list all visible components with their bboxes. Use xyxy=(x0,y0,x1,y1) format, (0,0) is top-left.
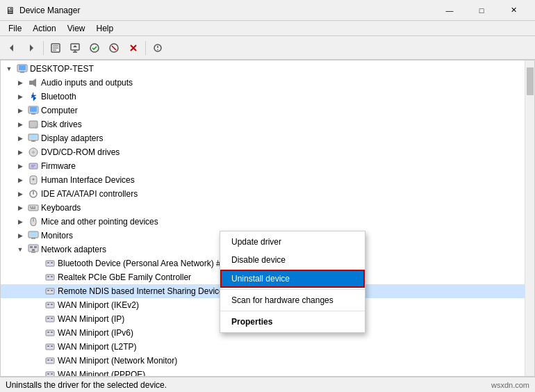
close-button[interactable]: ✕ xyxy=(497,0,529,21)
item-icon-net-wan1 xyxy=(44,300,56,311)
ctx-item-update[interactable]: Update driver xyxy=(220,233,365,251)
item-label-net-wan4: WAN Miniport (L2TP) xyxy=(58,342,137,352)
item-icon-keyboards xyxy=(28,202,39,213)
svg-point-41 xyxy=(33,193,34,195)
toolbar-properties[interactable] xyxy=(47,39,65,57)
toolbar-enable[interactable] xyxy=(85,39,104,57)
tree-item-hid[interactable]: ▶ Human Interface Devices xyxy=(1,173,525,187)
maximize-button[interactable]: □ xyxy=(466,0,497,21)
item-label-net-bt: Bluetooth Device (Personal Area Network)… xyxy=(58,259,225,268)
tree-item-net-wan5[interactable]: WAN Miniport (Network Monitor) xyxy=(1,354,525,368)
svg-rect-46 xyxy=(31,208,35,209)
toolbar xyxy=(0,36,535,60)
svg-rect-59 xyxy=(51,262,53,263)
status-text: Uninstalls the driver for the selected d… xyxy=(6,380,167,390)
expand-icon-firmware: ▶ xyxy=(15,161,26,172)
item-label-net-wan3: WAN Miniport (IPv6) xyxy=(58,328,133,338)
toolbar-sep2 xyxy=(145,41,146,55)
svg-rect-29 xyxy=(30,135,37,139)
item-icon-dvd xyxy=(28,147,39,158)
svg-marker-9 xyxy=(73,45,77,47)
tree-item-net-wan4[interactable]: WAN Miniport (L2TP) xyxy=(1,340,525,354)
svg-rect-79 xyxy=(47,359,49,361)
svg-rect-44 xyxy=(32,206,33,208)
item-label-network: Network adapters xyxy=(41,245,106,254)
toolbar-forward[interactable] xyxy=(22,39,40,57)
scrollbar-thumb[interactable] xyxy=(527,67,534,95)
svg-marker-0 xyxy=(10,44,13,51)
tree-item-net-wan6[interactable]: WAN Miniport (PPPOE) xyxy=(1,368,525,376)
tree-item-dvd[interactable]: ▶ DVD/CD-ROM drives xyxy=(1,145,525,159)
ctx-item-uninstall[interactable]: Uninstall device xyxy=(220,270,365,288)
svg-rect-64 xyxy=(47,290,49,291)
item-icon-net-wan5 xyxy=(44,355,56,366)
scrollbar[interactable] xyxy=(525,60,534,376)
svg-rect-55 xyxy=(32,249,35,251)
svg-rect-68 xyxy=(51,304,53,305)
item-label-display: Display adapters xyxy=(41,133,103,143)
minimize-button[interactable]: — xyxy=(434,0,466,21)
svg-rect-69 xyxy=(46,316,54,322)
expand-icon-disk: ▶ xyxy=(15,119,26,130)
menu-view[interactable]: View xyxy=(62,22,91,35)
ctx-item-scan[interactable]: Scan for hardware changes xyxy=(220,291,365,309)
item-label-computer: Computer xyxy=(41,106,78,115)
tree-item-mice[interactable]: ▶ Mice and other pointing devices xyxy=(1,215,525,229)
menubar: File Action View Help xyxy=(0,21,535,36)
item-label-net-wan2: WAN Miniport (IP) xyxy=(58,314,124,324)
svg-rect-80 xyxy=(51,359,53,361)
item-label-firmware: Firmware xyxy=(41,161,76,171)
toolbar-uninstall[interactable] xyxy=(124,39,142,57)
tree-item-keyboards[interactable]: ▶ Keyboards xyxy=(1,201,525,215)
item-icon-bluetooth xyxy=(28,91,39,102)
menu-help[interactable]: Help xyxy=(91,22,120,35)
item-icon-mice xyxy=(28,216,39,227)
toolbar-update-driver[interactable] xyxy=(66,39,84,57)
svg-rect-63 xyxy=(46,288,54,294)
ctx-item-props[interactable]: Properties xyxy=(220,313,365,331)
tree-root[interactable]: ▼ DESKTOP-TEST xyxy=(1,62,525,76)
item-label-net-wan5: WAN Miniport (Network Monitor) xyxy=(58,356,177,366)
svg-rect-57 xyxy=(46,261,54,266)
tree-item-computer[interactable]: ▶ Computer xyxy=(1,104,525,117)
item-icon-network xyxy=(28,244,39,255)
ctx-sep-sep1 xyxy=(220,289,365,290)
root-computer-icon xyxy=(17,63,28,74)
item-icon-audio xyxy=(28,77,39,88)
item-icon-net-wan2 xyxy=(44,313,56,325)
toolbar-scan[interactable] xyxy=(149,39,167,57)
svg-rect-83 xyxy=(51,373,53,375)
menu-action[interactable]: Action xyxy=(27,22,61,35)
svg-rect-76 xyxy=(47,345,49,347)
svg-rect-43 xyxy=(30,206,31,208)
item-icon-ide xyxy=(28,188,39,199)
tree-item-firmware[interactable]: ▶ Firmware xyxy=(1,159,525,173)
expand-icon-computer: ▶ xyxy=(15,105,26,116)
item-icon-firmware xyxy=(28,161,39,172)
svg-rect-21 xyxy=(29,81,33,85)
titlebar-title: Device Manager xyxy=(19,6,434,15)
item-icon-hid xyxy=(28,174,39,186)
expand-icon-monitors: ▶ xyxy=(15,230,26,241)
item-label-net-wan1: WAN Miniport (IKEv2) xyxy=(58,300,139,310)
tree-item-audio[interactable]: ▶ Audio inputs and outputs xyxy=(1,76,525,90)
svg-rect-19 xyxy=(19,65,26,70)
app-icon: 🖥 xyxy=(6,5,15,16)
ctx-item-disable[interactable]: Disable device xyxy=(220,251,365,269)
tree-item-bluetooth[interactable]: ▶ Bluetooth xyxy=(1,90,525,104)
item-icon-monitors xyxy=(28,230,39,241)
menu-file[interactable]: File xyxy=(3,22,27,35)
svg-rect-54 xyxy=(34,246,37,248)
svg-point-33 xyxy=(32,151,35,154)
svg-rect-45 xyxy=(34,206,35,208)
tree-item-disk[interactable]: ▶ Disk drives xyxy=(1,117,525,131)
statusbar: Uninstalls the driver for the selected d… xyxy=(0,377,535,392)
item-label-net-wan6: WAN Miniport (PPPOE) xyxy=(58,370,145,376)
expand-icon-hid: ▶ xyxy=(15,174,26,186)
item-icon-net-bt xyxy=(44,258,56,269)
svg-rect-72 xyxy=(46,330,54,336)
tree-item-display[interactable]: ▶ Display adapters xyxy=(1,131,525,145)
toolbar-disable[interactable] xyxy=(105,39,123,57)
toolbar-back[interactable] xyxy=(3,39,21,57)
tree-item-ide[interactable]: ▶ IDE ATA/ATAPI controllers xyxy=(1,187,525,201)
